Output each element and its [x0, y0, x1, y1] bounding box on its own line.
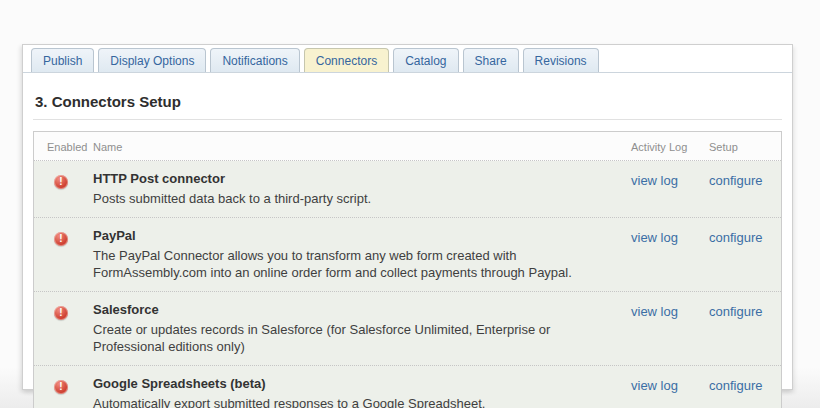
activity-log-cell: view log: [631, 171, 709, 207]
disabled-alert-icon: !: [54, 306, 68, 320]
connector-name: Salesforce: [93, 302, 617, 317]
connector-description: Automatically export submitted responses…: [93, 395, 617, 408]
setup-cell: configure: [709, 171, 781, 207]
connector-row: ! Google Spreadsheets (beta) Automatical…: [34, 366, 781, 408]
tab-publish[interactable]: Publish: [31, 48, 94, 72]
setup-cell: configure: [709, 302, 781, 355]
tab-display-options[interactable]: Display Options: [98, 48, 206, 72]
configure-link[interactable]: configure: [709, 304, 762, 319]
name-cell: PayPal The PayPal Connector allows you t…: [93, 228, 631, 281]
setup-cell: configure: [709, 228, 781, 281]
column-header-enabled: Enabled: [34, 141, 93, 153]
connector-name: HTTP Post connector: [93, 171, 617, 186]
name-cell: HTTP Post connector Posts submitted data…: [93, 171, 631, 207]
view-log-link[interactable]: view log: [631, 378, 678, 393]
disabled-alert-icon: !: [54, 175, 68, 189]
page-title: 3. Connectors Setup: [33, 85, 782, 120]
disabled-alert-icon: !: [54, 380, 68, 394]
tab-share[interactable]: Share: [463, 48, 519, 72]
setup-cell: configure: [709, 376, 781, 408]
enabled-cell: !: [34, 302, 93, 355]
connector-description: The PayPal Connector allows you to trans…: [93, 247, 617, 281]
connector-description: Posts submitted data back to a third-par…: [93, 190, 617, 207]
activity-log-cell: view log: [631, 302, 709, 355]
connector-row: ! Salesforce Create or updates records i…: [34, 292, 781, 366]
connectors-table: Enabled Name Activity Log Setup ! HTTP P…: [33, 131, 782, 408]
name-cell: Salesforce Create or updates records in …: [93, 302, 631, 355]
connector-name: Google Spreadsheets (beta): [93, 376, 617, 391]
table-header-row: Enabled Name Activity Log Setup: [34, 132, 781, 161]
name-cell: Google Spreadsheets (beta) Automatically…: [93, 376, 631, 408]
tab-notifications[interactable]: Notifications: [210, 48, 299, 72]
column-header-setup: Setup: [709, 141, 781, 153]
view-log-link[interactable]: view log: [631, 230, 678, 245]
activity-log-cell: view log: [631, 376, 709, 408]
connector-rows: ! HTTP Post connector Posts submitted da…: [34, 161, 781, 408]
configure-link[interactable]: configure: [709, 173, 762, 188]
disabled-alert-icon: !: [54, 232, 68, 246]
connector-row: ! HTTP Post connector Posts submitted da…: [34, 161, 781, 218]
column-header-name: Name: [93, 141, 631, 153]
view-log-link[interactable]: view log: [631, 304, 678, 319]
configure-link[interactable]: configure: [709, 378, 762, 393]
tab-bar: Publish Display Options Notifications Co…: [23, 45, 792, 73]
connectors-settings-panel: Publish Display Options Notifications Co…: [22, 44, 793, 390]
tab-revisions[interactable]: Revisions: [523, 48, 599, 72]
enabled-cell: !: [34, 228, 93, 281]
activity-log-cell: view log: [631, 228, 709, 281]
connector-description: Create or updates records in Salesforce …: [93, 321, 617, 355]
column-header-activity-log: Activity Log: [631, 141, 709, 153]
enabled-cell: !: [34, 376, 93, 408]
configure-link[interactable]: configure: [709, 230, 762, 245]
view-log-link[interactable]: view log: [631, 173, 678, 188]
panel-content: 3. Connectors Setup Enabled Name Activit…: [23, 73, 792, 408]
connector-row: ! PayPal The PayPal Connector allows you…: [34, 218, 781, 292]
tab-catalog[interactable]: Catalog: [393, 48, 458, 72]
enabled-cell: !: [34, 171, 93, 207]
connector-name: PayPal: [93, 228, 617, 243]
tab-connectors[interactable]: Connectors: [304, 48, 389, 72]
